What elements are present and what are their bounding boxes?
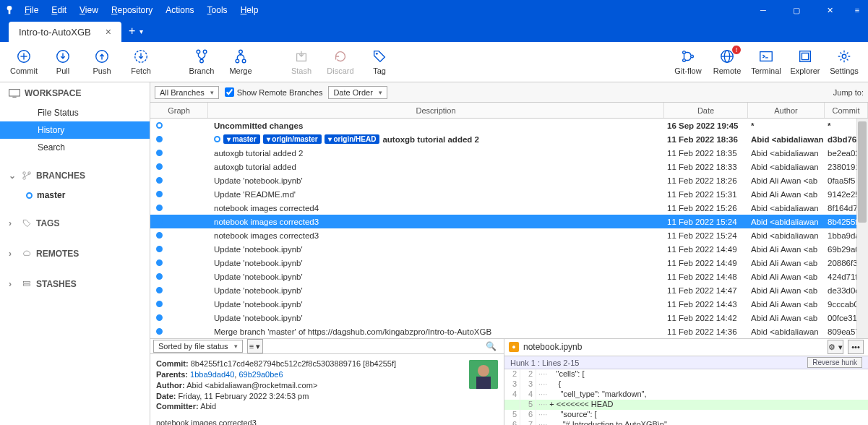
svg-point-28 [23,172,26,175]
column-headers: Graph Description Date Author Commit [150,103,868,119]
sidebar: WORKSPACE File Status History Search ⌄BR… [0,82,150,425]
menu-file[interactable]: File [19,2,44,18]
minimize-button[interactable]: ─ [747,0,780,20]
new-tab-button[interactable]: + [129,25,135,38]
svg-point-10 [200,59,204,63]
commit-row[interactable]: Merge branch 'master' of https://dagshub… [150,325,868,338]
sidebar-history[interactable]: History [0,121,150,139]
svg-point-11 [236,59,239,63]
show-remote-checkbox[interactable]: Show Remote Branches [225,87,323,97]
col-description[interactable]: Description [208,103,664,118]
menu-help[interactable]: Help [235,2,265,18]
commit-row[interactable]: Update 'notebook.ipynb'11 Feb 2022 18:26… [150,173,868,187]
diff-settings-button[interactable]: ⚙ ▾ [828,340,843,354]
tab-bar: Intro-to-AutoXGB × + ▾ [0,20,868,42]
maximize-button[interactable]: ▢ [780,0,813,20]
menu-repository[interactable]: Repository [106,2,158,18]
svg-point-18 [691,55,694,58]
tags-header[interactable]: ›TAGS [0,212,150,234]
toolbar: Commit Pull Push Fetch Branch Merge Stas… [0,42,868,82]
svg-rect-31 [23,282,30,283]
svg-point-12 [242,59,246,63]
parent-link-1[interactable]: 1bba9dad40 [190,370,234,379]
hunk-header: Hunk 1 : Lines 2-15 Reverse hunk [504,356,868,369]
tab-close-icon[interactable]: × [106,26,111,38]
explorer-button[interactable]: Explorer [786,44,825,80]
push-button[interactable]: Push [82,44,121,80]
remotes-header[interactable]: ›REMOTES [0,243,150,265]
menu-tools[interactable]: Tools [202,2,233,18]
sidebar-search[interactable]: Search [0,139,150,156]
commit-details: Commit: 8b4255f1c17cd4e82794bc512c2f8c53… [150,354,504,425]
col-date[interactable]: Date [664,103,748,118]
branches-header[interactable]: ⌄BRANCHES [0,165,150,186]
svg-point-16 [683,51,686,54]
menu-view[interactable]: View [74,2,104,18]
commit-row[interactable]: ▾ master▾ origin/master▾ origin/HEAD aut… [150,132,868,146]
gitflow-button[interactable]: Git-flow [669,44,708,80]
parent-link-2[interactable]: 69b29a0be6 [239,370,283,379]
reverse-hunk-button[interactable]: Reverse hunk [807,357,862,368]
sidebar-branch-master[interactable]: master [0,186,150,204]
app-logo [0,4,19,16]
repo-tab[interactable]: Intro-to-AutoXGB × [9,22,121,42]
commit-row[interactable]: notebook images corrected311 Feb 2022 15… [150,228,868,242]
col-author[interactable]: Author [748,103,825,118]
commit-row[interactable]: notebook images corrected411 Feb 2022 15… [150,201,868,215]
discard-button[interactable]: Discard [321,44,360,80]
scrollbar[interactable] [856,119,868,338]
list-view-button[interactable]: ≡ ▾ [247,339,263,353]
menu-edit[interactable]: Edit [46,2,72,18]
commit-row[interactable]: Update 'notebook.ipynb'11 Feb 2022 14:42… [150,311,868,325]
svg-point-17 [683,59,686,62]
commit-row[interactable]: autoxgb tutorial added 211 Feb 2022 18:3… [150,146,868,160]
remote-button[interactable]: !Remote [708,44,747,80]
filter-bar: All Branches Show Remote Branches Date O… [150,82,868,103]
commit-row[interactable]: autoxgb tutorial added11 Feb 2022 18:33A… [150,160,868,173]
detail-pane: Sorted by file status ≡ ▾ 🔍 Commit: 8b42… [150,338,868,425]
svg-point-34 [478,365,489,377]
scrollbar-thumb[interactable] [858,121,867,223]
commit-button[interactable]: Commit [4,44,43,80]
order-dropdown[interactable]: Date Order [328,86,387,99]
svg-point-9 [203,50,207,53]
fetch-button[interactable]: Fetch [121,44,160,80]
close-button[interactable]: ✕ [813,0,846,20]
commit-row[interactable]: Update 'notebook.ipynb'11 Feb 2022 14:47… [150,283,868,297]
settings-button[interactable]: Settings [825,44,864,80]
pull-button[interactable]: Pull [43,44,82,80]
branch-filter-dropdown[interactable]: All Branches [155,86,219,99]
col-graph[interactable]: Graph [150,103,208,118]
tab-dropdown-icon[interactable]: ▾ [139,27,143,35]
svg-point-29 [23,177,26,180]
branch-indicator-icon [26,192,33,199]
stashes-header[interactable]: ›STASHES [0,273,150,295]
title-bar: File Edit View Repository Actions Tools … [0,0,868,20]
commit-list[interactable]: Uncommitted changes16 Sep 2022 19:45**▾ … [150,119,868,338]
merge-button[interactable]: Merge [221,44,260,80]
commit-row[interactable]: Update 'README.md'11 Feb 2022 15:31Abid … [150,187,868,201]
author-avatar [469,360,498,389]
jump-to-label[interactable]: Jump to: [833,88,864,97]
terminal-button[interactable]: Terminal [747,44,786,80]
search-icon[interactable]: 🔍 [486,341,501,351]
commit-row[interactable]: notebook images corrected311 Feb 2022 15… [150,215,868,228]
diff-more-button[interactable]: ••• [848,340,864,354]
tag-button[interactable]: Tag [360,44,399,80]
commit-row[interactable]: Uncommitted changes16 Sep 2022 19:45** [150,119,868,132]
commit-row[interactable]: Update 'notebook.ipynb'11 Feb 2022 14:48… [150,270,868,283]
col-commit[interactable]: Commit [825,103,868,118]
commit-row[interactable]: Update 'notebook.ipynb'11 Feb 2022 14:49… [150,242,868,256]
commit-row[interactable]: Update 'notebook.ipynb'11 Feb 2022 14:49… [150,256,868,270]
sort-dropdown[interactable]: Sorted by file status [153,340,243,353]
commit-row[interactable]: Update 'notebook.ipynb'11 Feb 2022 14:43… [150,297,868,311]
hamburger-button[interactable]: ≡ [846,0,868,20]
remote-alert-badge: ! [732,46,741,54]
svg-point-13 [239,50,243,53]
sidebar-file-status[interactable]: File Status [0,104,150,121]
menu-actions[interactable]: Actions [160,2,199,18]
diff-view[interactable]: 22 ···· "cells": [33 ···· {44 ···· "cell… [504,369,868,425]
workspace-header[interactable]: WORKSPACE [0,82,150,104]
stash-button[interactable]: Stash [282,44,321,80]
branch-button[interactable]: Branch [182,44,221,80]
